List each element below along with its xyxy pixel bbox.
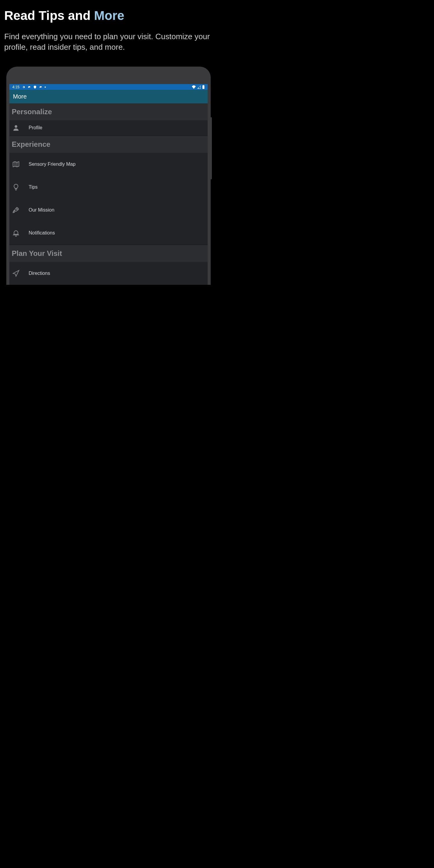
svg-rect-0 [203, 85, 205, 89]
section-header-experience: Experience [9, 136, 208, 153]
bird-icon [39, 85, 42, 89]
section-header-plan-visit: Plan Your Visit [9, 245, 208, 262]
person-icon [12, 124, 20, 132]
status-time: 4:15 [12, 85, 19, 89]
phone-side-button [211, 117, 212, 150]
list-item-label: Sensory Friendly Map [29, 161, 76, 167]
battery-icon [202, 85, 205, 89]
list-item-label: Tips [29, 184, 38, 190]
list-item-label: Our Mission [29, 207, 54, 213]
list-item-profile[interactable]: Profile [9, 120, 208, 135]
status-dot-icon [44, 87, 46, 88]
subtitle-text: Find everything you need to plan your vi… [4, 31, 213, 53]
gear-icon [22, 85, 25, 89]
section-header-label: Plan Your Visit [12, 249, 62, 257]
section-header-label: Personalize [12, 107, 52, 116]
section-header-label: Experience [12, 140, 50, 148]
phone-screen: 4:15 More Personalize [9, 84, 208, 285]
svg-point-2 [15, 125, 18, 128]
list-item-label: Profile [29, 125, 42, 130]
app-bar: More [9, 90, 208, 103]
list-item-tips[interactable]: Tips [9, 176, 208, 198]
rocket-icon [12, 206, 20, 214]
list-item-label: Directions [29, 271, 50, 276]
list-item-notifications[interactable]: Notifications [9, 221, 208, 244]
phone-side-button [211, 147, 212, 179]
signal-icon [197, 85, 201, 89]
app-bar-title: More [13, 93, 27, 100]
list-item-directions[interactable]: Directions [9, 262, 208, 285]
page-title: Read Tips and More [0, 0, 217, 23]
shield-icon [33, 85, 37, 89]
send-icon [12, 269, 20, 278]
svg-point-3 [17, 162, 18, 163]
phone-frame: 4:15 More Personalize [6, 67, 211, 285]
map-icon [12, 160, 20, 168]
wifi-icon [192, 85, 196, 89]
svg-point-4 [17, 209, 18, 210]
list-item-sensory-map[interactable]: Sensory Friendly Map [9, 153, 208, 176]
list-item-label: Notifications [29, 230, 55, 236]
list-item-our-mission[interactable]: Our Mission [9, 198, 208, 221]
page-subtitle: Find everything you need to plan your vi… [0, 23, 217, 53]
lightbulb-icon [12, 183, 20, 191]
title-prefix: Read Tips and [4, 8, 94, 23]
status-bar: 4:15 [9, 84, 208, 90]
bird-icon [27, 85, 31, 89]
bell-icon [12, 229, 20, 237]
section-header-personalize: Personalize [9, 103, 208, 120]
title-accent: More [94, 8, 124, 23]
svg-rect-1 [203, 85, 204, 85]
